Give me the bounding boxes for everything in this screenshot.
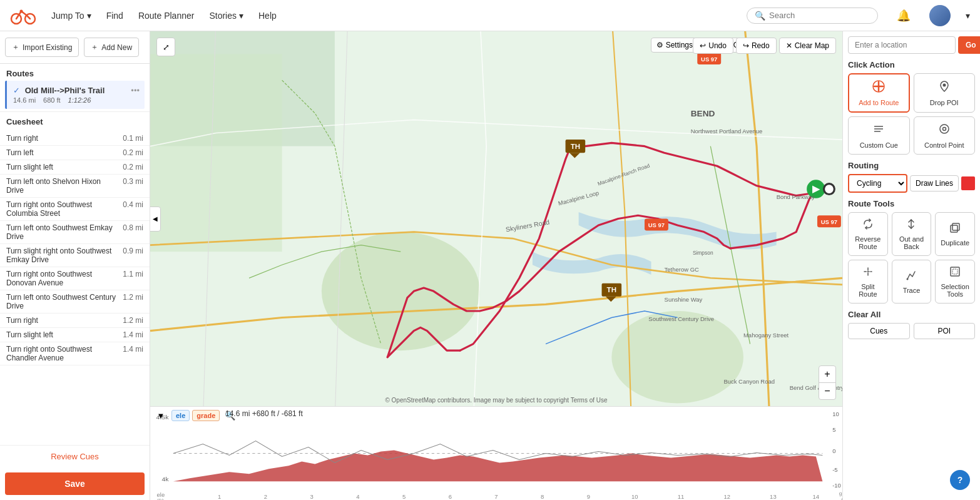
down-icon: ▼: [157, 411, 165, 421]
custom-cue-btn[interactable]: Custom Cue: [848, 116, 910, 155]
settings-btn[interactable]: ⚙ Settings: [651, 38, 698, 53]
duplicate-btn[interactable]: Duplicate: [935, 212, 975, 256]
reverse-icon: [862, 218, 874, 233]
selection-icon: [949, 265, 961, 280]
routing-select[interactable]: Cycling Walking Driving: [848, 174, 907, 193]
logo[interactable]: [10, 6, 36, 25]
poi-icon: [937, 79, 951, 96]
add-to-route-btn[interactable]: Add to Route: [848, 73, 910, 113]
trace-icon: [905, 269, 917, 284]
save-button[interactable]: Save: [5, 472, 145, 495]
drop-poi-label: Drop POI: [930, 99, 959, 106]
chevron-down-icon: ▾: [239, 11, 243, 21]
cue-row: Turn right1.2 mi: [0, 314, 150, 328]
svg-rect-75: [952, 223, 959, 230]
search-box[interactable]: 🔍: [747, 8, 878, 24]
split-route-btn[interactable]: Split Route: [848, 260, 888, 304]
trace-btn[interactable]: Trace: [892, 260, 932, 304]
clear-map-btn[interactable]: ✕ Clear Map: [779, 38, 836, 54]
cue-row: Turn right onto Southwest Donovan Avenue…: [0, 267, 150, 290]
grade-tag[interactable]: grade: [192, 410, 220, 421]
map-actions-toolbar: ↩ Undo ↪ Redo ✕ Clear Map: [693, 38, 836, 54]
map-bg[interactable]: ▶ BEND Skyliners Road Macalpine Loop Mac…: [150, 31, 842, 406]
drop-poi-btn[interactable]: Drop POI: [914, 73, 976, 113]
route-tools-grid: Reverse Route Out and Back: [848, 212, 975, 304]
route-item[interactable]: ✓ Old Mill-->Phil's Trail 14.6 mi 680 ft…: [5, 81, 145, 109]
svg-text:12: 12: [723, 494, 730, 500]
undo-btn[interactable]: ↩ Undo: [693, 38, 733, 54]
svg-text:4k: 4k: [161, 476, 169, 482]
svg-text:5: 5: [402, 494, 406, 500]
ele-tag[interactable]: ele: [171, 410, 190, 421]
plus-icon: ＋: [12, 42, 19, 53]
cue-row: Turn left0.2 mi: [0, 146, 150, 160]
svg-text:11: 11: [678, 494, 685, 500]
svg-point-79: [907, 278, 909, 280]
color-swatch[interactable]: [961, 176, 975, 190]
svg-text:US 97: US 97: [701, 56, 717, 63]
control-point-label: Control Point: [924, 141, 964, 149]
svg-point-67: [942, 84, 946, 87]
svg-point-2: [20, 9, 23, 13]
draw-lines-btn[interactable]: Draw Lines: [910, 175, 959, 191]
redo-icon: ↪: [743, 41, 749, 50]
map-expand-btn[interactable]: ⤢: [156, 38, 175, 56]
control-point-btn[interactable]: Control Point: [914, 116, 976, 155]
svg-text:BEND: BEND: [691, 109, 715, 118]
add-route-icon: [872, 79, 886, 96]
trace-label: Trace: [903, 287, 921, 294]
location-input[interactable]: [848, 36, 956, 54]
out-and-back-btn[interactable]: Out and Back: [892, 212, 932, 256]
add-new-btn[interactable]: ＋ Add New: [84, 38, 139, 57]
elevation-svg[interactable]: 4.5k 4k ele (ft) 10 5 0 -5 -10 1 2: [150, 407, 842, 500]
right-sidebar: Go Click Action Add to Route: [842, 31, 980, 500]
svg-text:-10: -10: [832, 482, 841, 489]
review-cues-btn[interactable]: Review Cues: [0, 445, 150, 467]
help-nav[interactable]: Help: [258, 11, 277, 21]
cue-row: Turn left onto Southwest Emkay Drive0.8 …: [0, 221, 150, 244]
help-btn[interactable]: ?: [950, 470, 970, 490]
route-planner-nav[interactable]: Route Planner: [138, 11, 195, 21]
svg-text:5: 5: [832, 427, 835, 433]
search-input[interactable]: [769, 11, 869, 20]
selection-tools-btn[interactable]: Selection Tools: [935, 260, 975, 304]
cue-row: Turn right onto Southwest Columbia Stree…: [0, 198, 150, 221]
redo-btn[interactable]: ↪ Redo: [736, 38, 777, 54]
clear-poi-btn[interactable]: POI: [914, 323, 976, 339]
cuesheet-list: Turn right0.1 miTurn left0.2 miTurn slig…: [0, 131, 150, 445]
svg-text:1: 1: [218, 494, 221, 500]
main-layout: ＋ Import Existing ＋ Add New Routes ✓ Old…: [0, 31, 980, 500]
jump-to-menu[interactable]: Jump To ▾: [51, 11, 91, 21]
svg-text:(%): (%): [841, 497, 842, 500]
notification-btn[interactable]: 🔔: [893, 5, 914, 26]
duplicate-label: Duplicate: [941, 239, 969, 247]
cue-row: Turn slight right onto Southwest Emkay D…: [0, 244, 150, 267]
svg-text:6: 6: [449, 494, 452, 500]
out-and-back-label: Out and Back: [895, 235, 929, 250]
elevation-stats: 14.6 mi +680 ft / -681 ft: [225, 409, 303, 418]
chevron-down-icon: ▾: [966, 11, 970, 21]
svg-rect-5: [150, 54, 282, 252]
control-point-icon: [937, 122, 951, 139]
map-collapse-btn[interactable]: ◀: [150, 207, 161, 232]
undo-icon: ↩: [700, 41, 706, 50]
checkmark-icon: ✓: [13, 86, 20, 95]
user-menu-chevron[interactable]: ▾: [966, 11, 970, 21]
clear-all-row: Cues POI: [848, 323, 975, 339]
clear-cues-btn[interactable]: Cues: [848, 323, 910, 339]
reverse-route-btn[interactable]: Reverse Route: [848, 212, 888, 256]
user-avatar[interactable]: [929, 5, 951, 26]
search-icon: 🔍: [755, 11, 765, 21]
elevation-down-btn[interactable]: ▼: [153, 409, 169, 422]
svg-text:Mahogany Street: Mahogany Street: [743, 332, 789, 339]
import-existing-btn[interactable]: ＋ Import Existing: [5, 38, 79, 57]
duplicate-icon: [949, 222, 961, 237]
go-btn[interactable]: Go: [958, 36, 980, 54]
svg-text:13: 13: [770, 494, 777, 500]
svg-text:Simpson: Simpson: [693, 250, 713, 256]
route-more-btn[interactable]: •••: [131, 86, 140, 95]
zoom-in-btn[interactable]: +: [819, 366, 835, 382]
stories-nav[interactable]: Stories ▾: [209, 11, 243, 21]
find-nav[interactable]: Find: [106, 11, 123, 21]
svg-text:0: 0: [832, 449, 835, 455]
